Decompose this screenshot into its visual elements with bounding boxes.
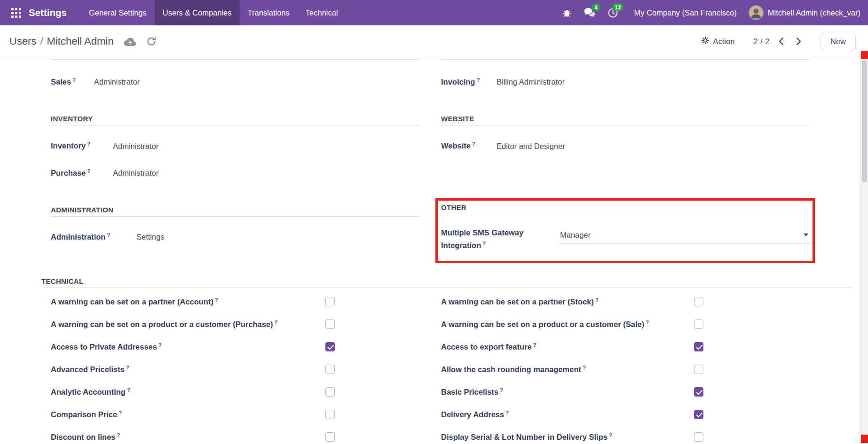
- debug-bug-icon[interactable]: [562, 0, 572, 25]
- new-button[interactable]: New: [821, 33, 856, 50]
- field-invoicing: Invoicing? Billing Administrator: [441, 75, 809, 87]
- help-icon[interactable]: ?: [107, 232, 110, 238]
- messages-badge: 4: [592, 3, 600, 11]
- breadcrumb: Users / Mitchell Admin: [9, 35, 113, 47]
- action-menu-button[interactable]: Action: [698, 36, 738, 47]
- apps-menu-button[interactable]: [0, 0, 29, 25]
- help-icon[interactable]: ?: [87, 168, 90, 174]
- help-icon[interactable]: ?: [118, 410, 122, 415]
- checkbox[interactable]: [694, 342, 703, 351]
- tech-option-row: Analytic Accounting?: [51, 381, 419, 403]
- sms-gateway-selected-value: Manager: [560, 230, 591, 241]
- pager-next-button[interactable]: [793, 35, 805, 47]
- section-inventory: INVENTORY: [51, 115, 419, 125]
- field-label-sms-gateway: Multiple SMS Gateway Integration: [441, 228, 523, 249]
- help-icon[interactable]: ?: [609, 432, 612, 438]
- tech-option-row: Discount on lines?: [51, 426, 419, 444]
- activities-clock-icon[interactable]: 12: [608, 0, 618, 25]
- technical-section: TECHNICAL A warning can be set on a part…: [41, 277, 852, 444]
- help-icon[interactable]: ?: [595, 297, 599, 303]
- checkbox[interactable]: [325, 319, 335, 329]
- help-icon[interactable]: ?: [500, 387, 503, 393]
- help-icon[interactable]: ?: [72, 77, 76, 83]
- help-icon[interactable]: ?: [482, 241, 486, 246]
- help-icon[interactable]: ?: [158, 342, 162, 348]
- help-icon[interactable]: ?: [476, 77, 480, 83]
- field-administration: Administration? Settings: [51, 230, 419, 242]
- tech-option-label: A warning can be set on a product or a c…: [51, 320, 273, 328]
- discard-refresh-icon[interactable]: [146, 36, 157, 47]
- field-purchase: Purchase? Administrator: [51, 166, 419, 179]
- help-icon[interactable]: ?: [533, 342, 537, 348]
- tech-option-label: Comparison Price: [51, 410, 117, 419]
- help-icon[interactable]: ?: [126, 365, 129, 370]
- tech-option-label: Discount on lines: [51, 433, 116, 441]
- field-value-invoicing: Billing Administrator: [497, 77, 565, 87]
- tech-option-label: Allow the cash rounding management: [441, 365, 581, 374]
- sms-gateway-select[interactable]: Manager: [560, 227, 809, 243]
- field-value-website: Editor and Designer: [497, 141, 565, 152]
- checkbox[interactable]: [694, 365, 703, 374]
- company-switcher[interactable]: My Company (San Francisco): [634, 8, 737, 17]
- checkbox[interactable]: [694, 297, 703, 306]
- form-right-column: Invoicing? Billing Administrator WEBSITE…: [441, 59, 809, 265]
- help-icon[interactable]: ?: [87, 141, 90, 147]
- checkbox[interactable]: [325, 410, 335, 419]
- help-icon[interactable]: ?: [127, 387, 130, 393]
- tech-option-label: Delivery Address: [441, 410, 504, 419]
- help-icon[interactable]: ?: [505, 410, 509, 415]
- help-icon[interactable]: ?: [117, 432, 120, 438]
- tech-option-row: Comparison Price?: [51, 403, 419, 426]
- tech-option-row: A warning can be set on a partner (Stock…: [441, 290, 809, 313]
- help-icon[interactable]: ?: [583, 365, 586, 370]
- tech-option-row: Basic Pricelists?: [441, 381, 809, 403]
- gear-icon: [701, 36, 710, 47]
- tech-option-row: A warning can be set on a partner (Accou…: [51, 290, 419, 313]
- app-name[interactable]: Settings: [29, 0, 69, 25]
- help-icon[interactable]: ?: [275, 319, 278, 325]
- checkbox[interactable]: [325, 387, 335, 397]
- checkbox[interactable]: [694, 387, 703, 397]
- field-value-sales: Administrator: [94, 77, 140, 87]
- breadcrumb-users-link[interactable]: Users: [9, 35, 36, 47]
- tech-option-label: A warning can be set on a partner (Accou…: [51, 297, 213, 306]
- app-menu: General Settings Users & Companies Trans…: [81, 0, 346, 25]
- field-label-invoicing: Invoicing: [441, 78, 475, 86]
- checkbox[interactable]: [694, 319, 703, 329]
- help-icon[interactable]: ?: [215, 297, 218, 303]
- chevron-down-icon: [804, 234, 808, 236]
- field-value-administration: Settings: [136, 232, 165, 242]
- nav-left: Settings General Settings Users & Compan…: [0, 0, 346, 25]
- tech-option-label: Access to export feature: [441, 343, 532, 351]
- menu-users-companies[interactable]: Users & Companies: [155, 0, 240, 25]
- field-sales: Sales? Administrator: [51, 75, 419, 87]
- field-label-sales: Sales: [51, 78, 71, 86]
- checkbox[interactable]: [325, 432, 335, 442]
- menu-general-settings[interactable]: General Settings: [81, 0, 155, 25]
- avatar: [749, 6, 763, 20]
- user-menu[interactable]: Mitchell Admin (check_var): [749, 6, 860, 20]
- tech-option-label: Access to Private Addresses: [51, 343, 157, 351]
- scroll-mark-top: [861, 51, 868, 59]
- checkbox[interactable]: [694, 432, 703, 442]
- help-icon[interactable]: ?: [472, 141, 475, 147]
- messages-icon[interactable]: 4: [584, 0, 595, 25]
- scroll-mark-bottom: [861, 435, 868, 443]
- checkbox[interactable]: [694, 410, 703, 419]
- checkbox[interactable]: [325, 365, 335, 374]
- menu-translations[interactable]: Translations: [240, 0, 298, 25]
- form-left-column: Sales? Administrator INVENTORY Inventory…: [51, 59, 419, 265]
- pager-previous-button[interactable]: [775, 35, 787, 47]
- control-panel: Users / Mitchell Admin Action 2 / 2: [0, 25, 868, 57]
- tech-option-row: Advanced Pricelists?: [51, 358, 419, 381]
- menu-technical[interactable]: Technical: [298, 0, 346, 25]
- top-navbar: Settings General Settings Users & Compan…: [0, 0, 868, 25]
- tech-option-row: Access to export feature?: [441, 335, 809, 358]
- help-icon[interactable]: ?: [646, 319, 649, 325]
- scrollbar-thumb[interactable]: [862, 60, 867, 182]
- section-other: OTHER: [441, 203, 809, 214]
- checkbox[interactable]: [325, 342, 335, 351]
- checkbox[interactable]: [325, 297, 335, 306]
- save-cloud-icon[interactable]: [124, 36, 136, 47]
- scrollbar[interactable]: [860, 51, 868, 444]
